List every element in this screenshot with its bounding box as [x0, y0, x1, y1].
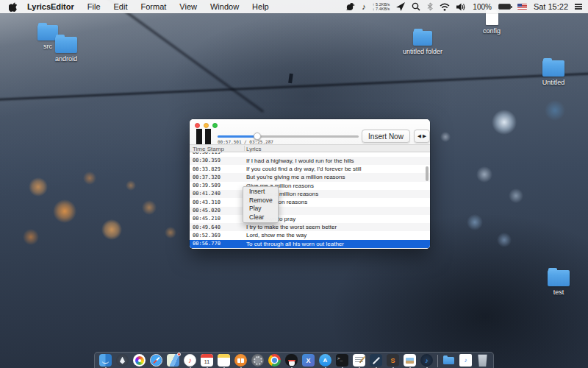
- books-icon: [234, 354, 247, 367]
- playback-slider[interactable]: [218, 135, 359, 138]
- dock-item-music-file[interactable]: ♪: [459, 354, 472, 368]
- battery-icon[interactable]: [498, 4, 511, 10]
- table-row[interactable]: 00:41.240Giving me a million reasons: [190, 190, 430, 198]
- table-row[interactable]: 00:45.210I bow down to pray: [190, 215, 430, 223]
- notification-center-icon[interactable]: [575, 4, 582, 10]
- menu-item-window[interactable]: Window: [204, 2, 245, 11]
- menu-items: LyricsEditorFileEditFormatViewWindowHelp: [0, 2, 276, 12]
- table-scrollbar[interactable]: [426, 166, 429, 181]
- pencil-editor-icon: [370, 354, 382, 367]
- desktop-icon-untitled[interactable]: Untitled: [526, 60, 581, 86]
- context-menu-item-clear[interactable]: Clear: [243, 213, 278, 222]
- image-viewer-icon: [404, 354, 416, 367]
- textedit-icon: [353, 354, 365, 367]
- dock-item-terminal[interactable]: >_: [336, 354, 348, 368]
- column-header-lyrics[interactable]: Lyrics: [246, 146, 262, 152]
- lyrics-table-body: 00:30.11900:30.359If I had a highway, I …: [190, 152, 430, 249]
- dock: ♪11XA>_S♪♪: [94, 352, 494, 368]
- menu-item-help[interactable]: Help: [245, 2, 276, 11]
- safari-icon: [150, 354, 162, 367]
- seek-button[interactable]: ◀ ▶: [414, 130, 430, 143]
- volume-icon[interactable]: [456, 3, 466, 11]
- dock-item-visual-studio[interactable]: X: [302, 354, 315, 368]
- desktop-icon-untitled-folder[interactable]: untitled folder: [395, 31, 450, 55]
- desktop-icon-label: untitled folder: [403, 48, 442, 55]
- dock-item-trash[interactable]: [476, 354, 489, 368]
- menu-item-file[interactable]: File: [81, 2, 107, 11]
- table-row[interactable]: 00:49.640I try to make the worst seem be…: [190, 223, 430, 231]
- music-status-icon[interactable]: ♪: [362, 2, 366, 11]
- dock-item-maps[interactable]: [167, 354, 179, 368]
- table-row[interactable]: 00:43.310About a million reasons: [190, 198, 430, 206]
- menu-item-format[interactable]: Format: [134, 2, 173, 11]
- dock-item-app-store[interactable]: A: [319, 354, 331, 368]
- seek-forward-icon[interactable]: ▶: [423, 133, 426, 139]
- table-row[interactable]: 00:33.829If you could find a dry way, I'…: [190, 165, 430, 173]
- timestamp-cell: 00:45.020: [193, 208, 220, 213]
- insert-now-button[interactable]: Insert Now: [362, 130, 410, 143]
- table-row[interactable]: 00:30.359If I had a highway, I would run…: [190, 157, 430, 165]
- input-language-flag-icon[interactable]: [517, 4, 527, 10]
- menu-item-view[interactable]: View: [173, 2, 204, 11]
- table-row[interactable]: 00:39.509Give me a million reasons: [190, 182, 430, 190]
- dock-item-system-preferences[interactable]: [251, 354, 264, 368]
- dock-item-books[interactable]: [234, 354, 247, 368]
- dock-item-textedit[interactable]: [353, 354, 365, 368]
- menu-item-lyricseditor[interactable]: LyricsEditor: [21, 2, 81, 11]
- table-row[interactable]: 00:45.020: [190, 207, 430, 215]
- context-menu-item-remove[interactable]: Remove: [243, 197, 278, 205]
- lyric-cell: If I had a highway, I would run for the …: [246, 158, 354, 164]
- desktop-icon-android[interactable]: android: [39, 37, 93, 63]
- close-button[interactable]: [195, 123, 200, 128]
- sublime-text-glyph: S: [390, 357, 395, 364]
- terminal-glyph: >_: [337, 355, 343, 361]
- traffic-lights: [195, 123, 218, 128]
- desktop-icon-test[interactable]: test: [531, 270, 586, 296]
- dock-item-photos[interactable]: [133, 354, 146, 368]
- wallpaper-clothespin: [288, 74, 293, 84]
- table-row[interactable]: 00:37.320But you're giving me a million …: [190, 173, 430, 181]
- wifi-icon[interactable]: [440, 3, 450, 11]
- dock-item-notes[interactable]: [218, 354, 230, 368]
- desktop-icon-label: config: [483, 27, 501, 35]
- dock-item-pencil-editor[interactable]: [370, 354, 382, 368]
- table-row[interactable]: 00:56.770To cut through all his worn out…: [190, 240, 430, 248]
- dock-item-sublime-text[interactable]: S: [387, 354, 399, 368]
- pause-button[interactable]: [196, 129, 212, 144]
- dock-item-calendar[interactable]: 11: [201, 354, 213, 368]
- notes-icon: [218, 354, 230, 367]
- bluetooth-icon[interactable]: [427, 2, 433, 11]
- dock-item-launchpad[interactable]: [116, 354, 129, 368]
- desktop-icon-config[interactable]: config: [465, 10, 519, 35]
- dock-item-music[interactable]: ♪: [184, 354, 196, 368]
- context-menu-item-insert[interactable]: Insert: [243, 188, 278, 197]
- apple-menu-icon[interactable]: [9, 2, 18, 12]
- dock-item-finder[interactable]: [99, 354, 112, 368]
- seek-back-icon[interactable]: ◀: [417, 133, 421, 139]
- table-row[interactable]: 00:52.369Lord, show me the way: [190, 231, 430, 239]
- zoom-button[interactable]: [212, 123, 218, 128]
- search-icon[interactable]: [412, 2, 420, 11]
- network-speed-indicator[interactable]: ↑ 5.2KB/s ↓ 7.4KB/s: [373, 2, 390, 11]
- trash-icon: [476, 354, 489, 367]
- timestamp-cell: 00:49.640: [193, 224, 220, 230]
- location-icon[interactable]: [396, 2, 405, 11]
- dock-item-downloads-folder[interactable]: [442, 354, 455, 368]
- minimize-button[interactable]: [204, 123, 209, 128]
- dock-item-qq[interactable]: [285, 354, 298, 368]
- dock-item-chrome[interactable]: [268, 354, 281, 368]
- bird-status-icon[interactable]: [345, 2, 355, 11]
- menu-bar-status: ♪ ↑ 5.2KB/s ↓ 7.4KB/s 100% Sat 15:22: [345, 2, 588, 11]
- sublime-text-icon: S: [387, 354, 399, 367]
- window-toolbar: 00:57.501 / 03:25.287 Insert Now ◀ ▶: [190, 119, 430, 144]
- menu-item-edit[interactable]: Edit: [107, 2, 135, 11]
- column-header-timestamp[interactable]: Time Stamp: [193, 146, 224, 152]
- dock-item-safari[interactable]: [150, 354, 162, 368]
- context-menu-item-play[interactable]: Play: [243, 205, 278, 213]
- app-store-icon: A: [319, 354, 331, 367]
- dock-item-image-viewer[interactable]: [404, 354, 416, 368]
- lyrics-editor-window: 00:57.501 / 03:25.287 Insert Now ◀ ▶ Tim…: [190, 119, 430, 249]
- lyric-cell: But you're giving me a million reasons: [246, 174, 345, 180]
- menu-bar-clock[interactable]: Sat 15:22: [534, 2, 568, 11]
- dock-item-lyrics-editor[interactable]: ♪: [420, 354, 433, 368]
